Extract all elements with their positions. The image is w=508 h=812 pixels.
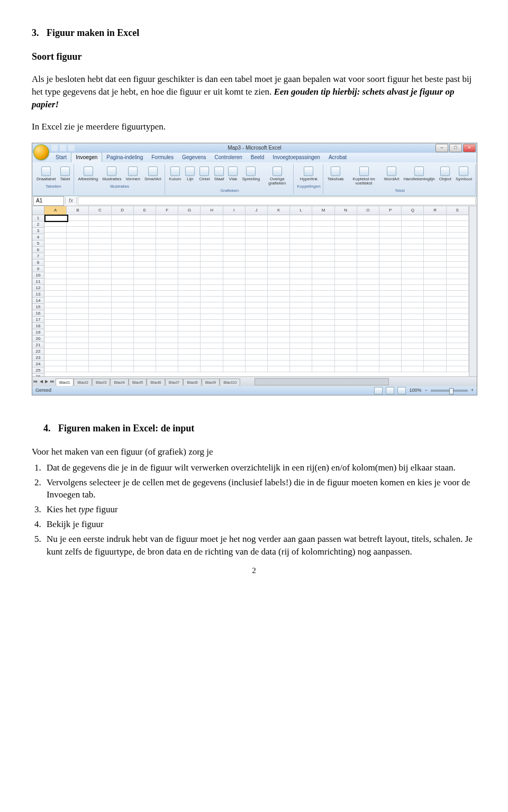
ribbon-tab-acrobat[interactable]: Acrobat	[324, 153, 351, 162]
sheet-tab-blad8[interactable]: Blad8	[183, 379, 201, 386]
row-header-10[interactable]: 10	[32, 272, 44, 279]
col-header-Q[interactable]: Q	[402, 206, 424, 215]
sheet-tab-blad6[interactable]: Blad6	[147, 379, 165, 386]
ribbon-button-illustraties[interactable]: Illustraties	[101, 165, 122, 182]
row-header-24[interactable]: 24	[32, 361, 44, 367]
quick-access-toolbar[interactable]	[51, 145, 75, 151]
col-header-E[interactable]: E	[134, 206, 156, 215]
sheet-tab-blad1[interactable]: Blad1	[56, 379, 74, 386]
ribbon-tab-formules[interactable]: Formules	[147, 153, 178, 162]
sheet-nav-buttons[interactable]: ⏮ ◀ ▶ ⏭	[32, 379, 56, 384]
col-header-C[interactable]: C	[89, 206, 111, 215]
ribbon-button-object[interactable]: Object	[438, 165, 452, 187]
row-header-20[interactable]: 20	[32, 336, 44, 342]
ribbon-tab-pagina-indeling[interactable]: Pagina-indeling	[102, 153, 147, 162]
cell[interactable]	[447, 366, 469, 372]
ribbon-button-handtekeninglijn[interactable]: Handtekeninglijn	[403, 165, 436, 187]
pagebreak-view-button[interactable]	[397, 387, 406, 394]
ribbon-tab-gegevens[interactable]: Gegevens	[178, 153, 211, 162]
redo-icon[interactable]	[68, 145, 75, 151]
ribbon-button-lijn[interactable]: Lijn	[184, 165, 196, 187]
col-header-G[interactable]: G	[178, 206, 201, 215]
sheet-tab-blad9[interactable]: Blad9	[202, 379, 220, 386]
col-header-B[interactable]: B	[67, 206, 89, 215]
ribbon-button-tabel[interactable]: Tabel	[59, 165, 71, 182]
ribbon-tab-beeld[interactable]: Beeld	[247, 153, 269, 162]
cell[interactable]	[268, 366, 290, 372]
row-header-15[interactable]: 15	[32, 304, 44, 310]
office-orb-icon[interactable]	[33, 144, 49, 160]
row-header-2[interactable]: 2	[32, 222, 44, 228]
ribbon-button-kolom[interactable]: Kolom	[168, 165, 183, 187]
ribbon-button-symbool[interactable]: Symbool	[455, 165, 473, 187]
sheet-tab-blad3[interactable]: Blad3	[92, 379, 110, 386]
col-header-S[interactable]: S	[447, 206, 469, 215]
col-header-F[interactable]: F	[156, 206, 178, 215]
cell[interactable]	[357, 366, 379, 372]
row-header-11[interactable]: 11	[32, 279, 44, 285]
row-header-21[interactable]: 21	[32, 342, 44, 348]
cell[interactable]	[290, 366, 312, 372]
row-header-13[interactable]: 13	[32, 291, 44, 298]
ribbon-tab-invoegtoepassingen[interactable]: Invoegtoepassingen	[268, 153, 324, 162]
ribbon-button-vormen[interactable]: Vormen	[124, 165, 141, 182]
cell[interactable]	[335, 366, 357, 372]
col-header-L[interactable]: L	[290, 206, 312, 215]
ribbon-button-afbeelding[interactable]: Afbeelding	[77, 165, 99, 182]
ribbon-button-spreiding[interactable]: Spreiding	[241, 165, 261, 187]
cell[interactable]	[134, 366, 156, 372]
zoom-level[interactable]: 100%	[409, 387, 421, 394]
row-header-4[interactable]: 4	[32, 234, 44, 241]
col-header-N[interactable]: N	[335, 206, 357, 215]
zoom-out-button[interactable]: −	[424, 387, 427, 394]
ribbon-button-tekstvak[interactable]: Tekstvak	[326, 165, 345, 187]
last-sheet-icon[interactable]: ⏭	[50, 379, 55, 384]
sheet-tab-blad10[interactable]: Blad10	[220, 379, 240, 386]
ribbon-button-vlak[interactable]: Vlak	[227, 165, 239, 187]
col-header-K[interactable]: K	[268, 206, 290, 215]
ribbon-button-koptekst-en-voettekst[interactable]: Koptekst en voettekst	[347, 165, 381, 187]
cell[interactable]	[379, 366, 402, 372]
cell[interactable]	[312, 366, 334, 372]
formula-input[interactable]	[78, 197, 476, 205]
ribbon-tab-invoegen[interactable]: Invoegen	[71, 152, 102, 162]
sheet-tab-blad7[interactable]: Blad7	[165, 379, 183, 386]
cell[interactable]	[112, 366, 134, 372]
layout-view-button[interactable]	[386, 387, 394, 394]
cell[interactable]	[424, 366, 446, 372]
cell-grid[interactable]: ABCDEFGHIJKLMNOPQRS	[44, 206, 469, 376]
cell[interactable]	[44, 366, 67, 372]
maximize-button[interactable]: □	[449, 144, 462, 152]
row-header-9[interactable]: 9	[32, 266, 44, 272]
row-header-12[interactable]: 12	[32, 285, 44, 291]
row-header-16[interactable]: 16	[32, 310, 44, 317]
undo-icon[interactable]	[60, 145, 66, 151]
save-icon[interactable]	[51, 145, 58, 151]
sheet-tab-blad4[interactable]: Blad4	[110, 379, 128, 386]
cell[interactable]	[402, 366, 424, 372]
minimize-button[interactable]: –	[436, 144, 448, 152]
ribbon-tab-controleren[interactable]: Controleren	[211, 153, 247, 162]
row-header-22[interactable]: 22	[32, 348, 44, 355]
col-header-J[interactable]: J	[246, 206, 268, 215]
col-header-M[interactable]: M	[312, 206, 334, 215]
col-header-P[interactable]: P	[379, 206, 402, 215]
col-header-D[interactable]: D	[112, 206, 134, 215]
sheet-tab-blad2[interactable]: Blad2	[74, 379, 92, 386]
cell[interactable]	[223, 366, 246, 372]
prev-sheet-icon[interactable]: ◀	[40, 379, 43, 384]
col-header-H[interactable]: H	[201, 206, 223, 215]
fx-icon[interactable]: fx	[65, 197, 77, 205]
row-header-7[interactable]: 7	[32, 253, 44, 260]
cell[interactable]	[156, 366, 178, 372]
row-header-25[interactable]: 25	[32, 367, 44, 374]
ribbon-button-staaf[interactable]: Staaf	[213, 165, 225, 187]
sheet-tab-blad5[interactable]: Blad5	[129, 379, 147, 386]
cell[interactable]	[89, 366, 111, 372]
ribbon-button-cirkel[interactable]: Cirkel	[198, 165, 211, 187]
ribbon-button-draaitabel[interactable]: Draaitabel	[35, 165, 57, 182]
row-header-3[interactable]: 3	[32, 228, 44, 234]
row-header-19[interactable]: 19	[32, 329, 44, 336]
row-header-18[interactable]: 18	[32, 323, 44, 329]
col-header-R[interactable]: R	[424, 206, 446, 215]
